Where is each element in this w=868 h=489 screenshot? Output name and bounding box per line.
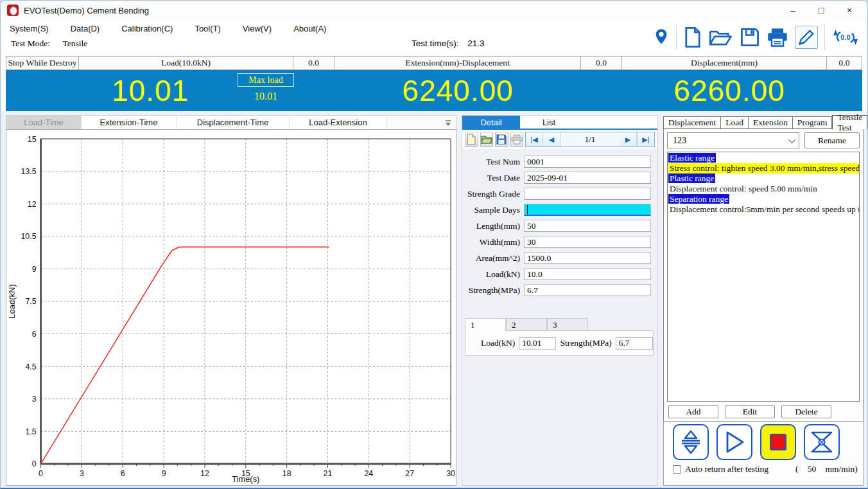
record-save-icon[interactable] [495,132,508,147]
program-step-item[interactable]: Stress control: tighten speed 3.00 mm/mi… [668,163,859,173]
menu-item[interactable]: Tool(T) [195,24,220,33]
program-step-item[interactable]: Elastic range [668,153,859,163]
specimen-tab[interactable]: 1 [465,318,506,331]
field-label: Strength(MPa) [465,285,524,296]
load-channel-label: Load(10.0kN) [78,56,293,70]
menu-item[interactable]: About(A) [293,24,326,33]
result-strength-label: Strength(MPa) [560,338,611,348]
load-display: 10.01 [57,71,243,110]
jog-speed-value[interactable]: 50 [801,464,823,474]
scheme-select[interactable]: 123 [667,132,799,148]
field-label: Test Num [465,157,524,167]
svg-text:6: 6 [32,330,37,339]
svg-text:9: 9 [162,469,166,478]
program-tab-bar: DisplacementLoadExtensionProgramTensile … [663,115,864,129]
app-window: EVOTest(Demo) Cement Bending – □ × Syste… [0,0,868,489]
program-tab[interactable]: Program [793,116,833,129]
open-file-icon[interactable] [709,27,733,48]
load-time-chart: 03691215182124273001.534.567.5910.51213.… [6,130,456,485]
specimen-tab[interactable]: 2 [506,318,547,331]
field-label: Load(kN) [465,269,524,280]
detail-tab-bar: DetailList [462,116,657,130]
minimize-button[interactable]: – [779,1,807,19]
pager-next-button[interactable]: ▶ [620,132,637,147]
program-step-list[interactable]: Elastic rangeStress control: tighten spe… [667,152,860,402]
toolbar-separator [824,24,825,50]
program-step-item[interactable]: Separation range [668,194,859,204]
field-input[interactable]: 30 [524,236,651,248]
field-input[interactable] [524,204,651,216]
machine-control-box: Auto return after testing ( 50 mm/min) [663,422,864,486]
program-step-item[interactable]: Displacement control: speed 5.00 mm/min [668,184,859,194]
field-label: Width(mm) [465,237,524,247]
field-input[interactable]: 50 [524,220,651,232]
location-pin-icon[interactable] [653,28,670,47]
chevron-down-icon [788,136,795,143]
pager-prev-button[interactable]: ◀ [543,132,560,147]
field-label: Sample Days [465,205,524,215]
chart-tab[interactable]: Extension-Time [82,116,177,129]
menu-item[interactable]: View(V) [243,24,272,33]
limit-setup-button[interactable] [804,424,840,460]
program-tab[interactable]: Load [721,116,749,129]
chart-tab-list-icon[interactable] [444,118,452,130]
stop-test-button[interactable] [760,424,796,460]
add-button[interactable]: Add [668,405,718,418]
record-open-icon[interactable] [480,132,494,147]
svg-text:15: 15 [28,135,37,144]
save-file-icon[interactable] [740,27,760,48]
detail-tab[interactable]: List [520,116,578,129]
field-input[interactable] [524,188,651,200]
start-test-button[interactable] [716,424,752,460]
detail-tab[interactable]: Detail [462,116,520,129]
field-input[interactable]: 10.0 [524,268,651,280]
field-input[interactable]: 2025-09-01 [524,172,651,184]
program-tab[interactable]: Tensile Test [832,115,867,129]
result-load-value: 10.01 [519,337,556,350]
auto-return-checkbox[interactable] [673,465,681,474]
jog-crosshead-button[interactable] [673,424,709,460]
stop-while-destroy-button[interactable]: Stop While Destroy [6,56,79,70]
record-print-icon[interactable] [510,132,524,147]
chart-tab[interactable]: Load-Time [6,116,82,129]
field-input[interactable]: 0001 [524,156,651,168]
pager-last-button[interactable]: ▶| [637,132,654,147]
delete-button[interactable]: Delete [781,405,831,418]
menu-item[interactable]: Calibration(C) [121,24,173,33]
edit-pencil-icon[interactable] [795,26,818,49]
svg-text:6: 6 [121,469,125,478]
test-time-value: 21.3 [467,39,484,48]
svg-text:12: 12 [200,469,209,478]
program-tab[interactable]: Extension [749,116,793,129]
chart-tab[interactable]: Load-Extension [290,116,387,129]
return-zero-icon[interactable]: 0.0 [831,27,860,48]
specimen-sub-tabs: 123 [465,318,657,331]
program-crud-row: Add Edit Delete [667,405,860,418]
chart-tab[interactable]: Displacement-Time [177,116,290,129]
close-button[interactable]: × [835,1,864,19]
field-input[interactable]: 1500.0 [524,252,651,264]
stop-square-icon [770,434,786,450]
print-icon[interactable] [767,27,788,48]
result-strength-value: 6.7 [616,337,653,350]
svg-text:0.0: 0.0 [840,33,850,41]
program-tab[interactable]: Displacement [663,116,721,129]
svg-text:4.5: 4.5 [25,362,36,371]
pager-first-button[interactable]: |◀ [526,132,543,147]
program-step-item[interactable]: Plastic range [668,173,859,184]
svg-text:30: 30 [446,469,455,478]
maximize-button[interactable]: □ [807,1,835,19]
specimen-tab[interactable]: 3 [547,318,588,331]
menu-item[interactable]: Data(D) [71,24,100,33]
load-channel-value: 0.0 [293,56,334,70]
new-file-icon[interactable] [683,26,702,48]
rename-button[interactable]: Rename [804,132,860,148]
app-logo-icon [7,4,19,16]
record-new-icon[interactable] [465,132,478,147]
field-input[interactable]: 6.7 [524,284,651,296]
edit-button[interactable]: Edit [725,405,775,418]
program-step-item[interactable]: Displacement control:5mm/min per second … [668,204,859,215]
menu-item[interactable]: System(S) [10,24,49,33]
chart-plot-area: 03691215182124273001.534.567.5910.51213.… [6,129,456,486]
title-bar: EVOTest(Demo) Cement Bending – □ × [1,1,867,20]
